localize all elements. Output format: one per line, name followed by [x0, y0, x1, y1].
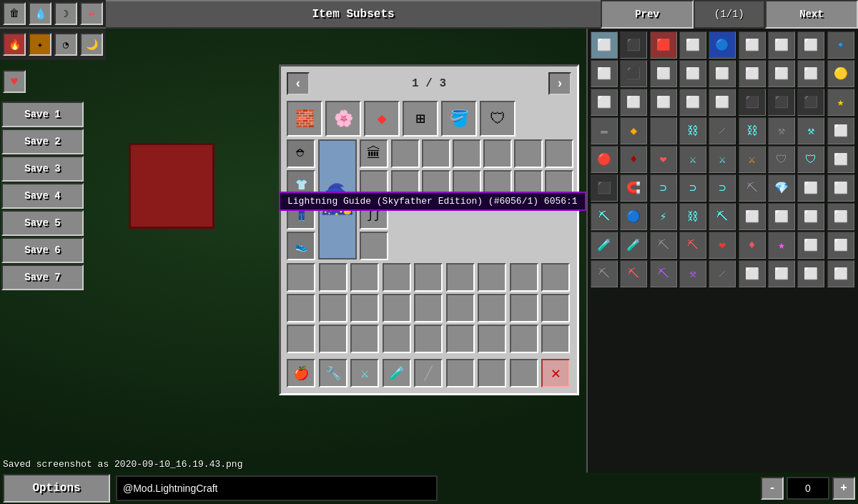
prev-button[interactable]: Prev: [601, 0, 694, 29]
r-item-32[interactable]: ⟋: [709, 117, 736, 144]
r-item-76[interactable]: ⚒: [679, 260, 706, 287]
extra-slot-2[interactable]: [422, 139, 450, 168]
clear-button[interactable]: ✕: [541, 359, 570, 387]
r-item-63[interactable]: ⬜: [827, 203, 854, 230]
r-item-69[interactable]: ♦: [739, 232, 766, 259]
r-item-28[interactable]: ▬: [591, 117, 618, 144]
r-item-64[interactable]: 🧪: [591, 232, 618, 259]
water-icon[interactable]: 💧: [29, 2, 51, 25]
quarter-circle-icon[interactable]: ◔: [54, 33, 77, 56]
r-item-56[interactable]: 🔵: [620, 203, 647, 230]
r-item-17[interactable]: ⬜: [797, 60, 824, 87]
r-item-38[interactable]: ♦: [620, 146, 647, 173]
item-flowers[interactable]: 🌸: [325, 101, 361, 137]
r-item-79[interactable]: ⬜: [768, 260, 795, 287]
r-item-34[interactable]: ⚒: [768, 117, 795, 144]
extra-slot-1[interactable]: [391, 139, 420, 168]
inv-3-2[interactable]: [319, 325, 347, 353]
r-item-47[interactable]: 🧲: [620, 174, 647, 202]
r-item-42[interactable]: ⚔: [739, 146, 766, 173]
r-item-3[interactable]: 🟥: [650, 31, 677, 59]
item-redstone[interactable]: ◆: [364, 101, 400, 137]
moon-left-icon[interactable]: ☽: [54, 2, 77, 25]
return-icon[interactable]: ↩: [80, 2, 103, 25]
inv-3-3[interactable]: [350, 325, 379, 353]
r-item-21[interactable]: ⬜: [650, 89, 677, 116]
r-item-13[interactable]: ⬜: [679, 60, 706, 87]
r-item-62[interactable]: ⬜: [797, 203, 824, 230]
hotbar-2[interactable]: 🔧: [319, 359, 347, 387]
hotbar-1[interactable]: 🍎: [287, 359, 315, 387]
r-item-77[interactable]: ⟋: [709, 260, 736, 287]
r-item-50[interactable]: ⊃: [709, 174, 736, 202]
inv-3-6[interactable]: [446, 325, 475, 353]
inv-3-7[interactable]: [478, 325, 506, 353]
save-3-button[interactable]: Save 3: [1, 156, 84, 182]
hotbar-6[interactable]: [446, 359, 475, 387]
r-item-75[interactable]: ⛏: [650, 260, 677, 287]
chestplate-slot[interactable]: 👕: [287, 170, 315, 199]
item-shield[interactable]: 🛡: [480, 101, 516, 137]
r-item-71[interactable]: ⬜: [797, 232, 824, 259]
r-item-35[interactable]: ⚒: [797, 117, 824, 144]
page-minus-button[interactable]: -: [761, 477, 784, 500]
r-item-24[interactable]: ⬛: [739, 89, 766, 116]
r-item-72[interactable]: ⬜: [827, 232, 854, 259]
crafting-slot-3[interactable]: ʃʃ: [360, 201, 388, 229]
r-item-57[interactable]: ⚡: [650, 203, 677, 230]
save-4-button[interactable]: Save 4: [1, 183, 84, 209]
inv-1-3[interactable]: [350, 263, 379, 292]
r-item-11[interactable]: ⬛: [620, 60, 647, 87]
inv-2-1[interactable]: [287, 294, 315, 322]
r-item-20[interactable]: ⬜: [620, 89, 647, 116]
helmet-slot[interactable]: ⛑: [287, 139, 315, 168]
r-item-19[interactable]: ⬜: [591, 89, 618, 116]
r-item-68[interactable]: ❤: [709, 232, 736, 259]
r-item-44[interactable]: 🛡: [797, 146, 824, 173]
r-item-25[interactable]: ⬛: [768, 89, 795, 116]
crafting-slot-4[interactable]: [360, 232, 388, 260]
r-item-22[interactable]: ⬜: [679, 89, 706, 116]
save-7-button[interactable]: Save 7: [1, 265, 84, 290]
r-item-39[interactable]: ❤: [650, 146, 677, 173]
heart-icon[interactable]: ♥: [3, 70, 26, 93]
r-item-55[interactable]: ⛏: [591, 203, 618, 230]
inv-1-7[interactable]: [478, 263, 506, 292]
crafting-slot-1[interactable]: 🏛: [360, 139, 388, 168]
r-item-52[interactable]: 💎: [768, 174, 795, 202]
extra-slot-10[interactable]: [483, 170, 512, 199]
r-item-7[interactable]: ⬜: [768, 31, 795, 59]
r-item-80[interactable]: ⬜: [797, 260, 824, 287]
r-item-65[interactable]: 🧪: [620, 232, 647, 259]
search-input[interactable]: [116, 475, 438, 501]
hotbar-3[interactable]: ⚔: [350, 359, 379, 387]
r-item-23[interactable]: ⬜: [709, 89, 736, 116]
r-item-81[interactable]: ⬜: [827, 260, 854, 287]
inv-2-6[interactable]: [446, 294, 475, 322]
r-item-41[interactable]: ⚔: [709, 146, 736, 173]
r-item-26[interactable]: ⬛: [797, 89, 824, 116]
r-item-70[interactable]: ★: [768, 232, 795, 259]
extra-slot-11[interactable]: [514, 170, 543, 199]
inv-2-9[interactable]: [541, 294, 570, 322]
inv-3-1[interactable]: [287, 325, 315, 353]
crafting-slot-2[interactable]: [360, 170, 388, 199]
boots-slot[interactable]: 👟: [287, 232, 315, 260]
r-item-4[interactable]: ⬜: [679, 31, 706, 59]
item-fence[interactable]: ⊞: [403, 101, 438, 137]
fire-icon[interactable]: 🔥: [3, 33, 26, 56]
r-item-9[interactable]: 🔹: [827, 31, 854, 59]
r-item-29[interactable]: ◆: [620, 117, 647, 144]
r-item-67[interactable]: ⛏: [679, 232, 706, 259]
r-item-27[interactable]: ★: [827, 89, 854, 116]
inv-2-8[interactable]: [510, 294, 538, 322]
crescent-icon[interactable]: 🌙: [80, 33, 103, 56]
inv-1-9[interactable]: [541, 263, 570, 292]
panel-prev-button[interactable]: ‹: [287, 72, 310, 95]
page-plus-button[interactable]: +: [832, 477, 855, 500]
save-2-button[interactable]: Save 2: [1, 129, 84, 154]
hotbar-4[interactable]: 🧪: [383, 359, 411, 387]
r-item-6[interactable]: ⬜: [739, 31, 766, 59]
inv-1-8[interactable]: [510, 263, 538, 292]
r-item-12[interactable]: ⬜: [650, 60, 677, 87]
